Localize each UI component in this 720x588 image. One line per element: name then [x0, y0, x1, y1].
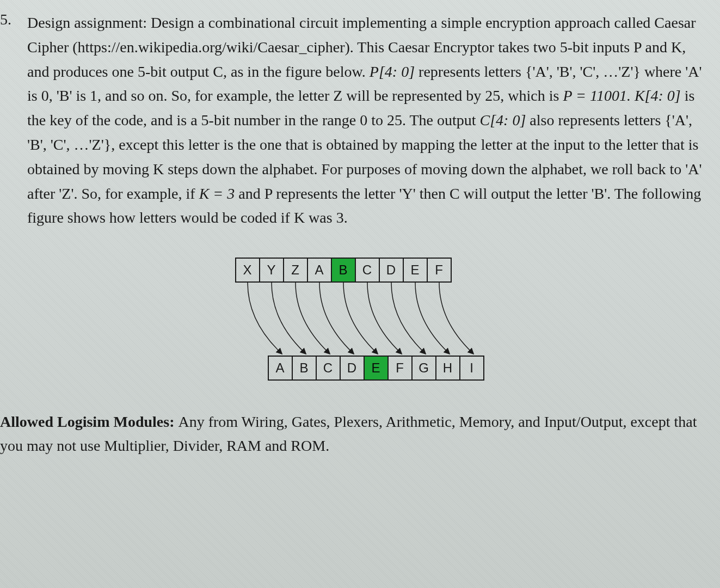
letter-cell-highlighted: B — [331, 258, 356, 283]
letter-cell: H — [435, 356, 460, 381]
plaintext-row: X Y Z A B C D E F — [235, 258, 452, 283]
letter-cell: E — [403, 258, 428, 283]
letter-cell: A — [307, 258, 332, 283]
p-notation: P[4: 0] — [370, 63, 415, 80]
letter-cell-highlighted: E — [364, 356, 389, 381]
letter-cell: Y — [259, 258, 284, 283]
letter-cell: X — [235, 258, 260, 283]
problem-text: Design assignment: Design a combinationa… — [27, 11, 704, 230]
letter-cell: C — [355, 258, 380, 283]
letter-cell: F — [387, 356, 413, 381]
letter-cell: I — [459, 356, 484, 381]
letter-cell: A — [268, 356, 293, 381]
letter-cell: D — [379, 258, 404, 283]
allowed-modules: Allowed Logisim Modules: Any from Wiring… — [0, 410, 704, 457]
c-notation: C[4: 0] — [480, 112, 526, 128]
problem-number: 5. — [0, 11, 11, 28]
letter-cell: Z — [283, 258, 308, 283]
letter-cell: F — [427, 258, 452, 283]
letter-cell: B — [292, 356, 317, 381]
ciphertext-row: A B C D E F G H I — [268, 356, 484, 381]
cipher-diagram: X Y Z A B C D E F — [202, 258, 529, 383]
letter-cell: D — [340, 356, 365, 381]
k-notation: K[4: 0] — [635, 87, 681, 104]
letter-cell: C — [316, 356, 341, 381]
k-equation: K = 3 — [199, 185, 235, 202]
allowed-label: Allowed Logisim Modules: — [0, 413, 178, 430]
mapping-arrows — [202, 283, 529, 356]
p-equation: P = 11001. — [563, 87, 634, 104]
letter-cell: G — [411, 356, 436, 381]
